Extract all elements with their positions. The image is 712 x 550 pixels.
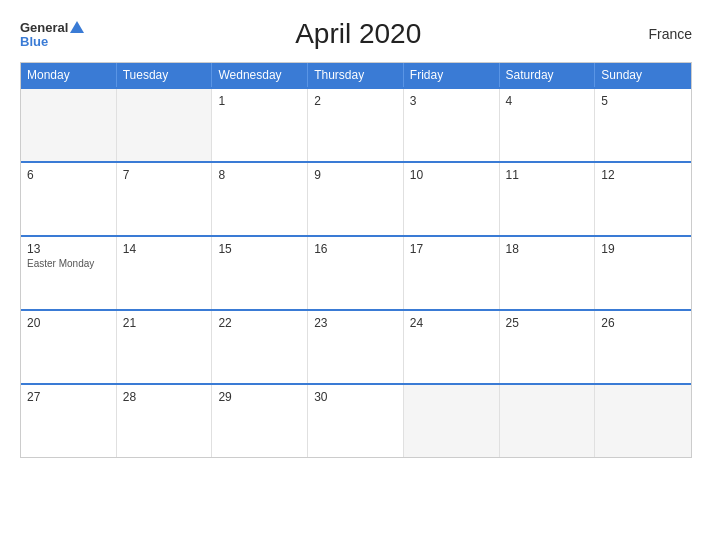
cal-cell: 3 [404, 89, 500, 161]
day-number: 29 [218, 390, 301, 404]
cal-week-3: 13Easter Monday141516171819 [21, 235, 691, 309]
day-number: 13 [27, 242, 110, 256]
cal-cell: 17 [404, 237, 500, 309]
cal-cell: 10 [404, 163, 500, 235]
day-number: 2 [314, 94, 397, 108]
cal-cell [404, 385, 500, 457]
day-number: 19 [601, 242, 685, 256]
day-event: Easter Monday [27, 258, 110, 269]
day-number: 9 [314, 168, 397, 182]
day-number: 22 [218, 316, 301, 330]
cal-cell: 26 [595, 311, 691, 383]
cal-cell: 4 [500, 89, 596, 161]
day-number: 7 [123, 168, 206, 182]
day-number: 17 [410, 242, 493, 256]
cal-cell: 22 [212, 311, 308, 383]
cal-cell: 16 [308, 237, 404, 309]
calendar-header-row: MondayTuesdayWednesdayThursdayFridaySatu… [21, 63, 691, 87]
cal-header-tuesday: Tuesday [117, 63, 213, 87]
calendar: MondayTuesdayWednesdayThursdayFridaySatu… [20, 62, 692, 458]
cal-cell: 20 [21, 311, 117, 383]
day-number: 30 [314, 390, 397, 404]
logo-triangle-icon [70, 21, 84, 33]
page: General Blue April 2020 France MondayTue… [0, 0, 712, 550]
header: General Blue April 2020 France [20, 18, 692, 50]
cal-cell: 29 [212, 385, 308, 457]
cal-cell [595, 385, 691, 457]
cal-cell: 1 [212, 89, 308, 161]
cal-week-4: 20212223242526 [21, 309, 691, 383]
cal-header-saturday: Saturday [500, 63, 596, 87]
cal-cell: 7 [117, 163, 213, 235]
day-number: 3 [410, 94, 493, 108]
cal-cell: 27 [21, 385, 117, 457]
cal-cell: 15 [212, 237, 308, 309]
cal-cell [500, 385, 596, 457]
cal-cell: 19 [595, 237, 691, 309]
cal-cell: 13Easter Monday [21, 237, 117, 309]
cal-header-wednesday: Wednesday [212, 63, 308, 87]
day-number: 23 [314, 316, 397, 330]
day-number: 14 [123, 242, 206, 256]
cal-cell: 6 [21, 163, 117, 235]
cal-cell [117, 89, 213, 161]
country-label: France [632, 26, 692, 42]
cal-header-monday: Monday [21, 63, 117, 87]
cal-week-2: 6789101112 [21, 161, 691, 235]
cal-header-sunday: Sunday [595, 63, 691, 87]
day-number: 4 [506, 94, 589, 108]
cal-cell: 8 [212, 163, 308, 235]
cal-cell: 14 [117, 237, 213, 309]
cal-cell: 21 [117, 311, 213, 383]
day-number: 28 [123, 390, 206, 404]
day-number: 15 [218, 242, 301, 256]
day-number: 27 [27, 390, 110, 404]
cal-cell: 24 [404, 311, 500, 383]
cal-cell [21, 89, 117, 161]
day-number: 24 [410, 316, 493, 330]
day-number: 18 [506, 242, 589, 256]
day-number: 1 [218, 94, 301, 108]
cal-header-friday: Friday [404, 63, 500, 87]
cal-cell: 25 [500, 311, 596, 383]
cal-week-5: 27282930 [21, 383, 691, 457]
cal-cell: 9 [308, 163, 404, 235]
logo-general-text: General [20, 21, 68, 34]
logo: General Blue [20, 21, 84, 48]
day-number: 10 [410, 168, 493, 182]
day-number: 20 [27, 316, 110, 330]
day-number: 6 [27, 168, 110, 182]
cal-cell: 30 [308, 385, 404, 457]
calendar-body: 12345678910111213Easter Monday1415161718… [21, 87, 691, 457]
day-number: 21 [123, 316, 206, 330]
logo-blue-text: Blue [20, 35, 48, 48]
cal-header-thursday: Thursday [308, 63, 404, 87]
day-number: 16 [314, 242, 397, 256]
day-number: 25 [506, 316, 589, 330]
day-number: 26 [601, 316, 685, 330]
cal-cell: 11 [500, 163, 596, 235]
cal-cell: 5 [595, 89, 691, 161]
cal-cell: 12 [595, 163, 691, 235]
cal-cell: 23 [308, 311, 404, 383]
calendar-title: April 2020 [84, 18, 632, 50]
cal-cell: 2 [308, 89, 404, 161]
cal-cell: 18 [500, 237, 596, 309]
cal-week-1: 12345 [21, 87, 691, 161]
day-number: 11 [506, 168, 589, 182]
cal-cell: 28 [117, 385, 213, 457]
day-number: 8 [218, 168, 301, 182]
day-number: 5 [601, 94, 685, 108]
day-number: 12 [601, 168, 685, 182]
